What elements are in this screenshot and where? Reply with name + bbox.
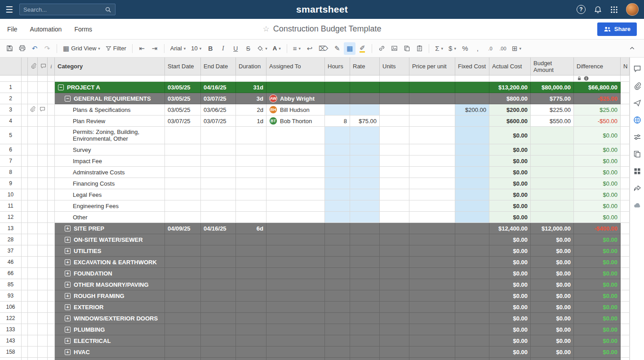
cell-dur[interactable]: 1d [236, 116, 266, 127]
cell-dur[interactable] [236, 200, 266, 212]
cell-assigned[interactable] [266, 302, 325, 313]
cell-rate[interactable] [350, 347, 380, 358]
row-expand-toggle[interactable]: − [58, 84, 64, 90]
cell-n[interactable] [621, 189, 630, 200]
row-expand-toggle[interactable]: + [65, 237, 71, 243]
cell-fixed[interactable] [455, 335, 489, 347]
cell-price[interactable] [409, 127, 455, 144]
cell-info[interactable] [48, 127, 55, 144]
cell-diff[interactable]: $0.00 [574, 245, 621, 257]
cell-price[interactable] [409, 212, 455, 223]
cell-units[interactable] [380, 358, 409, 360]
cell-fixed[interactable] [455, 82, 489, 93]
column-header-rate[interactable]: Rate [350, 58, 380, 76]
cell-end[interactable] [201, 347, 236, 358]
cell-actual[interactable]: $0.00 [489, 127, 531, 144]
cell-units[interactable] [380, 234, 409, 245]
indent-button[interactable]: ⇥ [149, 42, 160, 55]
format-painter-button[interactable]: ✎ [331, 42, 343, 55]
cell-actual[interactable]: $12,400.00 [489, 223, 531, 234]
cell-g1[interactable] [22, 257, 28, 268]
cell-com[interactable] [38, 290, 48, 302]
cell-assigned[interactable] [266, 167, 325, 178]
cell-info[interactable] [48, 82, 55, 93]
cell-budget[interactable]: $550.00 [531, 116, 574, 127]
cell-info[interactable] [48, 313, 55, 324]
cell-actual[interactable]: $0.00 [489, 313, 531, 324]
cell-fixed[interactable] [455, 167, 489, 178]
cell-g1[interactable] [22, 347, 28, 358]
cell-category[interactable]: −GENERAL REQUIREMENTS [55, 93, 165, 104]
cell-rate[interactable] [350, 93, 380, 104]
cell-com[interactable] [38, 212, 48, 223]
cell-actual[interactable]: $200.00 [489, 104, 531, 116]
cell-end[interactable]: 04/16/25 [201, 82, 236, 93]
cell-rate[interactable] [350, 104, 380, 116]
paste-button[interactable] [413, 42, 425, 55]
cell-hours[interactable] [325, 335, 350, 347]
cell-info[interactable] [48, 104, 55, 116]
row-number[interactable]: 37 [0, 245, 22, 257]
cell-com[interactable] [38, 127, 48, 144]
cell-end[interactable] [201, 245, 236, 257]
cell-units[interactable] [380, 189, 409, 200]
row-number[interactable]: 93 [0, 290, 22, 302]
cell-actual[interactable]: $0.00 [489, 245, 531, 257]
cell-assigned[interactable] [266, 268, 325, 279]
cell-n[interactable] [621, 116, 630, 127]
cell-price[interactable] [409, 358, 455, 360]
row-number[interactable]: 122 [0, 313, 22, 324]
cell-price[interactable] [409, 257, 455, 268]
cell-price[interactable] [409, 93, 455, 104]
cell-g1[interactable] [22, 156, 28, 167]
menu-forms[interactable]: Forms [74, 26, 92, 33]
redo-button[interactable]: ↷ [41, 42, 53, 55]
cell-start[interactable]: 03/05/25 [165, 93, 201, 104]
cell-budget[interactable]: $0.00 [531, 313, 574, 324]
row-number[interactable]: 2 [0, 93, 22, 104]
cell-fixed[interactable] [455, 116, 489, 127]
cell-end[interactable] [201, 358, 236, 360]
cell-units[interactable] [380, 212, 409, 223]
cell-end[interactable] [201, 167, 236, 178]
cell-actual[interactable]: $0.00 [489, 279, 531, 290]
cell-actual[interactable]: $0.00 [489, 257, 531, 268]
cell-dur[interactable]: 6d [236, 223, 266, 234]
cell-end[interactable]: 04/16/25 [201, 223, 236, 234]
cell-n[interactable] [621, 268, 630, 279]
cell-diff[interactable]: -$25.00 [574, 93, 621, 104]
cell-fixed[interactable] [455, 127, 489, 144]
column-header-category[interactable]: Category [55, 58, 165, 76]
cell-n[interactable] [621, 290, 630, 302]
user-avatar[interactable] [626, 3, 639, 16]
cell-info[interactable] [48, 156, 55, 167]
cell-dur[interactable] [236, 245, 266, 257]
cell-dur[interactable] [236, 127, 266, 144]
cell-dur[interactable] [236, 347, 266, 358]
cell-end[interactable] [201, 268, 236, 279]
column-header-start[interactable]: Start Date [165, 58, 201, 76]
borders-button[interactable]: ⊞ ▾ [510, 42, 524, 55]
cell-g1[interactable] [22, 245, 28, 257]
cell-end[interactable] [201, 144, 236, 156]
cell-units[interactable] [380, 116, 409, 127]
cell-price[interactable] [409, 156, 455, 167]
column-info-icon[interactable] [584, 76, 589, 82]
cell-fixed[interactable] [455, 93, 489, 104]
cell-fixed[interactable] [455, 268, 489, 279]
cell-com[interactable] [38, 116, 48, 127]
cell-assigned[interactable] [266, 212, 325, 223]
cell-hours[interactable] [325, 104, 350, 116]
cell-start[interactable] [165, 335, 201, 347]
column-header-dur[interactable]: Duration [236, 58, 266, 76]
cell-rate[interactable] [350, 156, 380, 167]
column-header-units[interactable]: Units [380, 58, 409, 76]
cell-clip[interactable] [28, 313, 38, 324]
cell-assigned[interactable] [266, 290, 325, 302]
cell-g1[interactable] [22, 200, 28, 212]
cell-diff[interactable]: $0.00 [574, 257, 621, 268]
cell-n[interactable] [621, 144, 630, 156]
cell-units[interactable] [380, 200, 409, 212]
cell-category[interactable]: +UTILITIES [55, 245, 165, 257]
cell-rate[interactable] [350, 268, 380, 279]
